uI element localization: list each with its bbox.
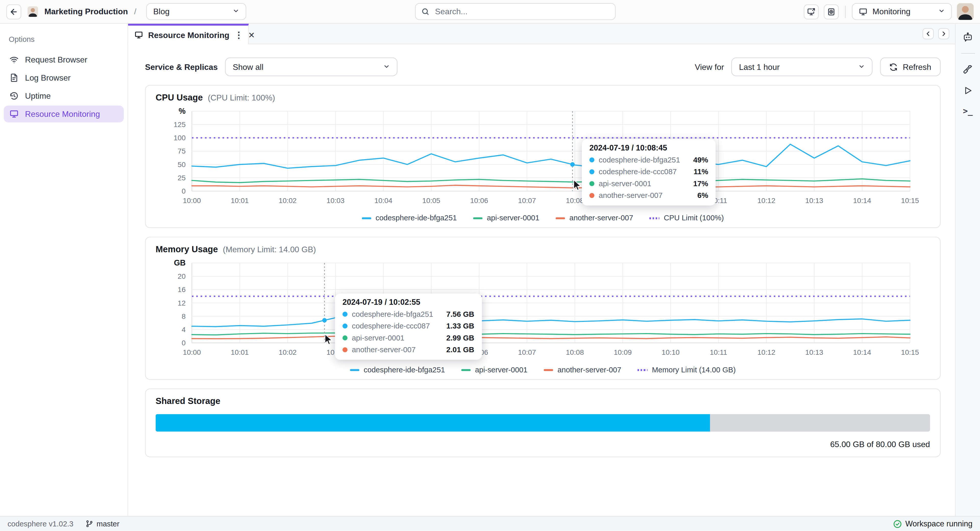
legend-label: another-server-007 [558,366,621,374]
monitor-icon [10,109,19,119]
search-icon [422,7,430,16]
legend-swatch [461,369,471,371]
legend-item-limit[interactable]: CPU Limit (100%) [649,214,724,222]
tooltip-series-value: 11% [685,167,708,176]
legend-item[interactable]: codesphere-ide-bfga251 [362,214,457,222]
time-range-select[interactable]: Last 1 hour [732,57,873,76]
check-circle-icon [893,519,901,528]
tooltip-series-value: 49% [684,155,708,164]
tooltip-series-name: codesphere-ide-ccc087 [352,322,430,330]
storage-usage-text: 65.00 GB of 80.00 GB used [156,440,930,449]
refresh-label: Refresh [903,62,931,72]
shared-storage-card: Shared Storage 65.00 GB of 80.00 GB used [145,388,941,457]
y-tick-label: 0 [182,339,186,347]
top-bar: Marketing Production / Blog [0,0,980,24]
tooltip-row: codesphere-ide-bfga2517.56 GB [342,310,474,319]
controls-row: Service & Replicas Show all View for Las… [145,57,941,76]
search-input[interactable] [434,6,609,17]
workspace-avatar [27,6,38,17]
service-replicas-select[interactable]: Show all [225,57,398,76]
cpu-usage-chart[interactable]: 10:0010:0110:0210:0310:0410:0510:0610:07… [156,105,931,212]
chevron-down-icon [383,62,390,72]
x-tick-label: 10:04 [374,197,392,204]
memory-usage-title: Memory Usage [156,244,218,254]
sidebar-item-label: Log Browser [25,73,71,82]
x-tick-label: 10:15 [901,349,919,356]
x-tick-label: 10:10 [662,349,679,356]
memory-chart-legend: codesphere-ide-bfga251api-server-0001ano… [156,366,930,374]
x-tick-label: 10:11 [710,349,727,356]
cpu-usage-card: CPU Usage (CPU Limit: 100%) 10:0010:0110… [145,85,941,228]
tab-scroll-left-button[interactable] [923,28,934,39]
chevron-down-icon [233,7,240,16]
chevron-down-icon [938,7,945,16]
back-button[interactable] [6,4,21,19]
tab-resource-monitoring[interactable]: Resource Monitoring ⋮ ✕ [128,24,249,44]
open-external-monitor-button[interactable] [803,4,819,19]
series-dot [342,323,348,329]
tooltip-row: another-server-0076% [589,191,708,200]
git-branch-icon [86,520,94,528]
legend-swatch [544,369,553,371]
tooltip-row: api-server-000117% [589,179,708,188]
memory-usage-chart[interactable]: 10:0010:0110:0210:0310:0410:0510:0610:07… [156,257,931,364]
legend-item[interactable]: api-server-0001 [473,214,539,222]
sidebar-item-request-browser[interactable]: Request Browser [4,51,124,68]
sidebar-item-label: Request Browser [25,55,87,65]
resource-monitoring-content: Service & Replicas Show all View for Las… [128,44,955,516]
terminal-icon[interactable]: >_ [963,106,973,116]
x-tick-label: 10:02 [279,197,297,204]
screencast-icon [827,7,835,16]
sidebar-item-resource-monitoring[interactable]: Resource Monitoring [4,106,124,122]
codesphere-app: Marketing Production / Blog [0,0,980,531]
refresh-button[interactable]: Refresh [880,57,940,76]
sidebar-item-label: Resource Monitoring [25,109,100,119]
run-play-icon[interactable] [963,86,973,96]
tab-scroll-right-button[interactable] [938,28,950,39]
y-tick-label: 50 [178,161,186,169]
legend-swatch [362,217,371,219]
x-tick-label: 10:02 [279,349,297,356]
legend-item[interactable]: api-server-0001 [461,366,528,374]
legend-label: Memory Limit (14.00 GB) [652,366,735,374]
view-for-label: View for [695,62,724,72]
mouse-cursor [573,179,581,191]
view-mode-select[interactable]: Monitoring [852,3,952,20]
workspace-status-label: Workspace running [905,519,972,528]
series-line-api-server-0001 [192,179,910,182]
x-tick-label: 10:08 [566,349,584,356]
x-tick-label: 10:05 [422,197,440,204]
legend-item[interactable]: another-server-007 [544,366,621,374]
status-bar: codesphere v1.02.3 master Workspace runn… [0,516,980,531]
assistant-bot-icon[interactable] [963,32,973,43]
series-dot [589,170,594,174]
tab-menu-icon[interactable]: ⋮ [234,31,243,39]
legend-item[interactable]: another-server-007 [555,214,633,222]
y-tick-label: 100 [173,134,186,142]
project-select[interactable]: Blog [146,3,247,20]
build-hammer-icon[interactable] [963,64,973,75]
y-tick-label: 125 [173,120,186,128]
x-tick-label: 10:12 [757,197,775,204]
refresh-icon [890,63,898,71]
legend-item[interactable]: codesphere-ide-bfga251 [350,366,445,374]
user-avatar[interactable] [957,3,974,20]
legend-swatch-dotted [638,369,648,371]
legend-swatch [473,217,483,219]
view-mode-value: Monitoring [873,7,911,16]
storage-progress-bar [156,414,930,432]
y-tick-label: 75 [178,147,186,155]
sidebar-item-log-browser[interactable]: Log Browser [4,70,124,86]
tab-close-icon[interactable]: ✕ [248,31,255,39]
tooltip-row: api-server-00012.99 GB [342,334,474,342]
y-tick-label: 12 [178,299,186,307]
legend-item-limit[interactable]: Memory Limit (14.00 GB) [638,366,736,374]
git-branch[interactable]: master [86,519,119,528]
controls-right: View for Last 1 hour Refresh [695,57,941,76]
search-box[interactable] [415,3,616,20]
x-tick-label: 10:13 [805,349,823,356]
sidebar-item-uptime[interactable]: Uptime [4,87,124,104]
tooltip-timestamp: 2024-07-19 / 10:08:45 [589,144,708,152]
screencast-button[interactable] [824,4,839,19]
tooltip-row: codesphere-ide-ccc08711% [589,167,708,176]
